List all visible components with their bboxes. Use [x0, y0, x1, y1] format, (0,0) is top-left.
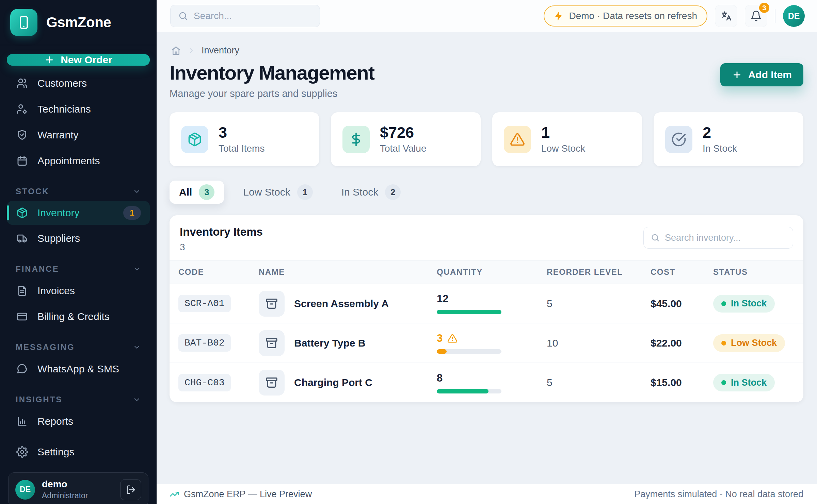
- stat-value: $726: [380, 124, 426, 140]
- sidebar-item-warranty[interactable]: Warranty: [7, 122, 150, 148]
- item-name: Battery Type B: [294, 337, 366, 349]
- sidebar-item-whatsapp-sms[interactable]: WhatsApp & SMS: [7, 356, 150, 382]
- user-name: demo: [42, 479, 88, 490]
- topbar: Demo · Data resets on refresh 3 DE: [157, 0, 817, 32]
- dollar-icon: [342, 126, 370, 153]
- sidebar-item-reports[interactable]: Reports: [7, 408, 150, 434]
- sidebar-item-customers[interactable]: Customers: [7, 70, 150, 96]
- sidebar-item-invoices[interactable]: Invoices: [7, 278, 150, 304]
- table-row[interactable]: CHG-C03 Charging Port C 8 5 $1: [170, 363, 803, 402]
- tab-label: All: [179, 186, 192, 198]
- language-button[interactable]: [715, 5, 737, 27]
- new-order-button[interactable]: New Order: [7, 54, 150, 66]
- chevron-right-icon: [187, 47, 195, 55]
- sidebar-section-stock[interactable]: STOCK: [7, 183, 150, 200]
- sidebar-section-messaging[interactable]: MESSAGING: [7, 338, 150, 356]
- search-icon: [178, 11, 188, 21]
- footer-left-text: GsmZone ERP — Live Preview: [184, 489, 312, 500]
- quantity-progress-track: [437, 389, 501, 393]
- table-row[interactable]: BAT-B02 Battery Type B 3 10 $2: [170, 323, 803, 363]
- package-icon: [181, 126, 208, 153]
- stat-card-total-value: $726 Total Value: [331, 112, 481, 166]
- zap-icon: [554, 11, 563, 21]
- item-name: Charging Port C: [294, 377, 372, 388]
- tab-count-badge: 2: [385, 184, 401, 200]
- stat-card-total-items: 3 Total Items: [170, 112, 319, 166]
- status-dot-icon: [721, 380, 726, 385]
- trending-up-icon: [170, 489, 179, 499]
- file-text-icon: [16, 285, 29, 297]
- sidebar-item-billing[interactable]: Billing & Credits: [7, 304, 150, 330]
- table-count: 3: [180, 242, 263, 253]
- topbar-divider: [775, 9, 775, 23]
- inventory-search[interactable]: [643, 227, 793, 249]
- credit-card-icon: [16, 311, 29, 322]
- breadcrumb-current[interactable]: Inventory: [202, 45, 239, 56]
- notifications-button[interactable]: 3: [745, 5, 767, 27]
- table-title: Inventory Items: [180, 225, 263, 238]
- avatar[interactable]: DE: [783, 5, 805, 27]
- status-badge: Low Stock: [713, 334, 785, 352]
- item-code: CHG-C03: [178, 374, 231, 391]
- column-header-reorder-level: Reorder Level: [547, 267, 651, 277]
- inventory-search-input[interactable]: [665, 233, 786, 243]
- archive-box-icon: [259, 291, 285, 317]
- chevron-down-icon: [133, 187, 141, 196]
- sidebar-item-appointments[interactable]: Appointments: [7, 148, 150, 174]
- chevron-down-icon: [133, 396, 141, 404]
- stat-text: 1 Low Stock: [541, 124, 585, 154]
- sidebar-item-inventory[interactable]: Inventory 1: [7, 201, 150, 225]
- table-header: Inventory Items 3: [170, 215, 803, 260]
- column-header-name: Name: [259, 267, 437, 277]
- sidebar-item-suppliers[interactable]: Suppliers: [7, 225, 150, 251]
- add-item-label: Add Item: [748, 69, 792, 81]
- column-header-quantity: Quantity: [437, 267, 547, 277]
- inventory-count-badge: 1: [123, 206, 141, 220]
- user-info: demo Administrator: [42, 479, 88, 500]
- avatar: DE: [15, 480, 35, 500]
- demo-mode-badge: Demo · Data resets on refresh: [544, 5, 707, 27]
- global-search[interactable]: [170, 5, 320, 27]
- logout-button[interactable]: [120, 479, 141, 500]
- home-icon[interactable]: [171, 46, 181, 56]
- stat-card-in-stock: 2 In Stock: [654, 112, 803, 166]
- sidebar-section-finance[interactable]: FINANCE: [7, 260, 150, 278]
- quantity-progress-fill: [437, 310, 501, 314]
- sidebar-item-label: Warranty: [37, 129, 79, 141]
- table-column-headers: Code Name Quantity Reorder Level Cost St…: [170, 260, 803, 284]
- status-badge: In Stock: [713, 295, 775, 313]
- truck-icon: [16, 233, 29, 244]
- tab-label: Low Stock: [243, 186, 290, 198]
- sidebar-item-technicians[interactable]: Technicians: [7, 96, 150, 122]
- tab-label: In Stock: [341, 186, 378, 198]
- stat-value: 3: [219, 124, 265, 140]
- translate-icon: [720, 10, 732, 22]
- add-item-button[interactable]: Add Item: [720, 63, 803, 86]
- chevron-down-icon: [133, 343, 141, 351]
- sidebar-item-settings[interactable]: Settings: [7, 439, 150, 465]
- demo-badge-text: Demo · Data resets on refresh: [569, 11, 697, 21]
- sidebar-nav: Customers Technicians Warranty Appointme…: [0, 68, 157, 434]
- column-header-status: Status: [713, 267, 795, 277]
- footer-brand: GsmZone ERP — Live Preview: [170, 489, 312, 500]
- page-header: Inventory Management Manage your spare p…: [170, 58, 803, 112]
- stat-label: Low Stock: [541, 143, 585, 154]
- sidebar-section-insights[interactable]: INSIGHTS: [7, 391, 150, 408]
- archive-box-icon: [259, 330, 285, 356]
- footer: GsmZone ERP — Live Preview Payments simu…: [157, 484, 817, 504]
- table-row[interactable]: SCR-A01 Screen Assembly A 12 5: [170, 284, 803, 323]
- item-cost: $15.00: [651, 377, 713, 388]
- warning-icon: [447, 333, 458, 343]
- sidebar-item-label: Invoices: [37, 285, 75, 297]
- tab-low-stock[interactable]: Low Stock 1: [234, 181, 322, 204]
- stat-text: 2 In Stock: [703, 124, 737, 154]
- check-circle-icon: [665, 126, 692, 153]
- tab-all[interactable]: All 3: [170, 181, 224, 204]
- stat-value: 1: [541, 124, 585, 140]
- brand-name: GsmZone: [46, 14, 111, 31]
- sidebar-item-label: Technicians: [37, 103, 91, 115]
- search-input[interactable]: [194, 11, 312, 21]
- quantity-progress-fill: [437, 389, 488, 393]
- tab-in-stock[interactable]: In Stock 2: [332, 181, 410, 204]
- item-code: BAT-B02: [178, 334, 231, 352]
